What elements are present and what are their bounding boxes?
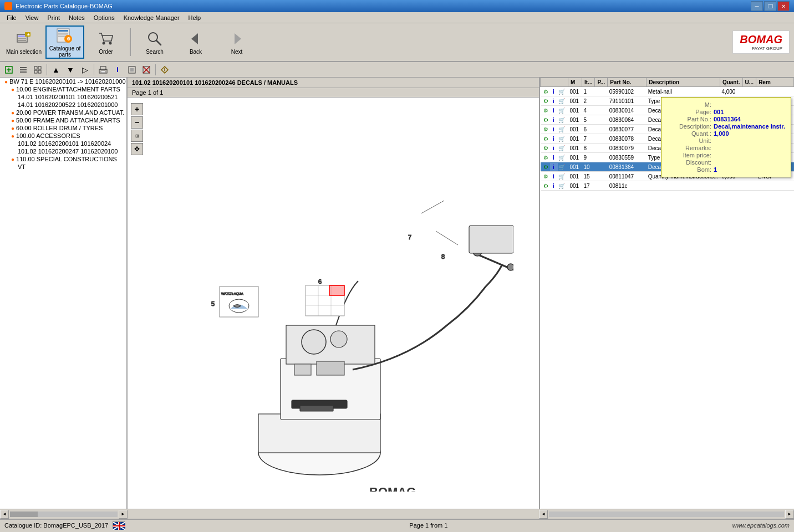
scroll-left-btn[interactable]: ◄ xyxy=(0,510,9,519)
info-icon[interactable]: i xyxy=(550,97,558,105)
tb2-btn-1[interactable] xyxy=(17,64,30,76)
fit-icon[interactable]: ⊞ xyxy=(131,130,143,142)
gear-icon[interactable]: ⚙ xyxy=(542,135,550,142)
info-icon[interactable]: i xyxy=(550,125,558,133)
gear-icon[interactable]: ⚙ xyxy=(542,88,550,95)
gear-icon[interactable]: ⚙ xyxy=(542,116,550,124)
cart-icon[interactable]: 🛒 xyxy=(558,163,566,171)
col-p-cell xyxy=(595,106,608,115)
left-scrollbar[interactable]: ◄ ► xyxy=(0,509,128,519)
menu-view[interactable]: View xyxy=(21,13,43,22)
svg-rect-50 xyxy=(294,364,311,375)
info-icon[interactable]: i xyxy=(550,88,558,95)
catalogue-button[interactable]: ⚙ Catalogue of parts xyxy=(45,25,84,59)
menu-options[interactable]: Options xyxy=(89,13,119,22)
gear-icon[interactable]: ⚙ xyxy=(542,97,550,105)
search-button[interactable]: Search xyxy=(135,25,174,59)
menu-help[interactable]: Help xyxy=(184,13,206,22)
menu-knowledge[interactable]: Knowledge Manager xyxy=(119,13,184,22)
gear-icon[interactable]: ⚙ xyxy=(542,144,550,152)
cart-icon[interactable]: 🛒 xyxy=(558,172,566,180)
gear-icon[interactable]: ⚙ xyxy=(542,172,550,180)
info-icon[interactable]: i xyxy=(550,106,558,114)
menu-print[interactable]: Print xyxy=(43,13,64,22)
table-row[interactable]: ⚙i🛒0011700811c xyxy=(541,181,794,191)
tree-item-9[interactable]: 101.02 101620200247 10162020100 xyxy=(0,147,126,155)
menu-notes[interactable]: Notes xyxy=(64,13,89,22)
tb2-btn-up[interactable]: ▲ xyxy=(49,64,63,76)
next-button[interactable]: Next xyxy=(217,25,256,59)
tb2-btn-down[interactable]: ▼ xyxy=(64,64,77,76)
catalogue-label: Catalogue of parts xyxy=(47,45,83,58)
info-icon[interactable]: i xyxy=(550,144,558,152)
tree-item-6[interactable]: ● 60.00 ROLLER DRUM / TYRES xyxy=(0,124,126,132)
tb2-btn-3[interactable] xyxy=(125,64,139,76)
row-icons: ⚙i🛒 xyxy=(541,134,568,144)
tree-item-7[interactable]: ● 100.00 ACCESSORIES xyxy=(0,132,126,140)
tp-m-label: M: xyxy=(667,101,711,108)
zoom-out-button[interactable]: − xyxy=(131,116,143,129)
cart-icon[interactable]: 🛒 xyxy=(558,125,566,133)
tp-discount-label: Discount: xyxy=(667,159,711,166)
info-icon[interactable]: i xyxy=(550,116,558,124)
tb2-print-btn[interactable] xyxy=(96,64,110,76)
tree-item-3[interactable]: 14.01 101620200522 101620201000 xyxy=(0,101,126,109)
tree-item-11[interactable]: VT xyxy=(0,163,126,171)
cart-icon[interactable]: 🛒 xyxy=(558,97,566,105)
center-panel: 101.02 101620200101 101620200246 DECALS … xyxy=(128,78,539,509)
info-icon[interactable]: i xyxy=(550,154,558,161)
cart-icon[interactable]: 🛒 xyxy=(558,154,566,161)
gear-icon[interactable]: ⚙ xyxy=(542,125,550,133)
gear-icon[interactable]: ⚙ xyxy=(542,154,550,161)
logo-text: BOMAG xyxy=(740,33,782,46)
catalogue-icon: ⚙ xyxy=(56,27,74,44)
pan-icon[interactable]: ✥ xyxy=(131,143,143,155)
tp-bom-label: Bom: xyxy=(667,166,711,173)
minimize-button[interactable]: ─ xyxy=(751,1,763,11)
right-scrollbar[interactable]: ◄ ► xyxy=(539,509,794,519)
cart-icon[interactable]: 🛒 xyxy=(558,116,566,124)
tree-item-5[interactable]: ● 50.00 FRAME AND ATTACHM.PARTS xyxy=(0,116,126,124)
tree-item-8[interactable]: 101.02 101620200101 101620024 xyxy=(0,140,126,147)
col-rem-cell xyxy=(756,181,794,191)
tree-item-4[interactable]: ● 20.00 POWER TRANSM.AND ACTUAT. xyxy=(0,109,126,116)
close-button[interactable]: ✕ xyxy=(777,1,790,11)
cart-icon[interactable]: 🛒 xyxy=(558,106,566,114)
right-scroll-left-btn[interactable]: ◄ xyxy=(539,510,548,519)
tb2-info-btn[interactable]: i xyxy=(111,64,124,76)
tb2-btn-2[interactable] xyxy=(31,64,44,76)
info-icon[interactable]: i xyxy=(550,182,558,190)
zoom-controls: + − ⊞ ✥ xyxy=(131,103,143,155)
tb2-btn-5[interactable] xyxy=(158,64,171,76)
menu-file[interactable]: File xyxy=(2,13,21,22)
cart-icon[interactable]: 🛒 xyxy=(558,144,566,152)
cart-icon[interactable]: 🛒 xyxy=(558,135,566,142)
table-row[interactable]: ⚙i🛒001105990102Metal-nail4,000 xyxy=(541,87,794,96)
col-qty: Quant. xyxy=(720,78,742,87)
tree-item-1[interactable]: ● 10.00 ENGINE/ATTACHMENT PARTS xyxy=(0,85,126,93)
gear-icon[interactable]: ⚙ xyxy=(542,163,550,171)
cart-icon[interactable]: 🛒 xyxy=(558,182,566,190)
info-icon[interactable]: i xyxy=(550,172,558,180)
tb2-btn-right[interactable]: ▷ xyxy=(78,64,91,76)
order-button[interactable]: Order xyxy=(86,25,125,59)
back-button[interactable]: Back xyxy=(176,25,215,59)
tree-item-0[interactable]: ● BW 71 E 101620200101 -> 101620201000 xyxy=(0,78,126,85)
tree-item-2[interactable]: 14.01 101620200101 101620200521 xyxy=(0,93,126,101)
col-item-cell: 4 xyxy=(582,106,595,115)
tb2-btn-4[interactable] xyxy=(140,64,153,76)
cart-icon[interactable]: 🛒 xyxy=(558,88,566,95)
zoom-in-button[interactable]: + xyxy=(131,103,143,115)
col-partno-cell: 00830079 xyxy=(608,144,647,153)
svg-rect-31 xyxy=(101,71,105,73)
gear-icon[interactable]: ⚙ xyxy=(542,106,550,114)
tree-item-10[interactable]: ● 110.00 SPECIAL CONSTRUCTIONS xyxy=(0,155,126,163)
right-scroll-right-btn[interactable]: ► xyxy=(785,510,794,519)
restore-button[interactable]: ❐ xyxy=(764,1,776,11)
main-selection-button[interactable]: ★ Main selection xyxy=(4,25,43,59)
gear-icon[interactable]: ⚙ xyxy=(542,182,550,190)
info-icon[interactable]: i xyxy=(550,135,558,142)
tb2-btn-0[interactable] xyxy=(2,64,16,76)
scroll-right-btn[interactable]: ► xyxy=(119,510,128,519)
info-icon[interactable]: i xyxy=(550,163,558,171)
